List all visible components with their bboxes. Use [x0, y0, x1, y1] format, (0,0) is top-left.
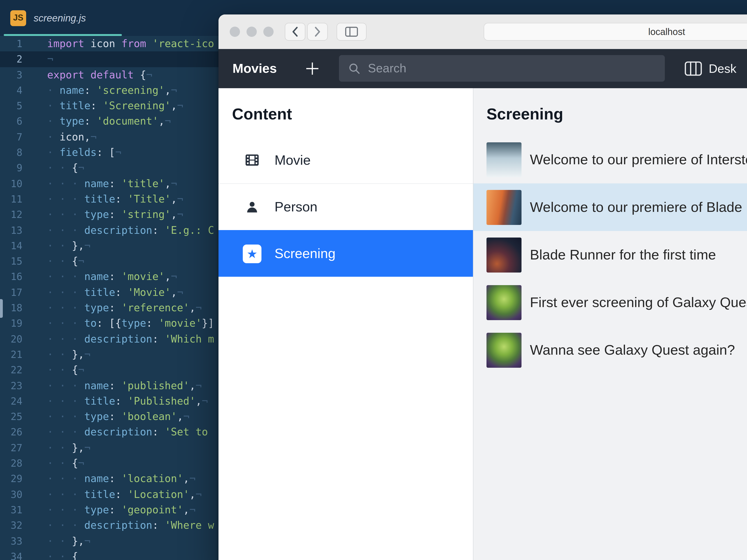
create-new-button[interactable]: [304, 49, 320, 88]
code-line-text: · · · description: 'Set to: [22, 426, 214, 438]
studio-header: Movies Search Desk: [218, 49, 747, 88]
line-number: 23: [0, 378, 22, 394]
code-line-text: · · {¬: [22, 457, 84, 469]
code-line-text: · · · name: 'published',¬: [22, 380, 202, 391]
code-line-text: · · · type: 'geopoint',¬: [22, 504, 196, 516]
content-type-movie[interactable]: Movie: [218, 137, 473, 183]
line-number: 3: [0, 68, 22, 83]
editor-gutter-marker: [0, 299, 3, 318]
editor-tab-filename: screening.js: [34, 12, 86, 24]
content-type-screening[interactable]: ★ Screening: [218, 230, 473, 277]
code-line-text: export default {¬: [22, 69, 152, 80]
line-number: 15: [0, 254, 22, 269]
code-line-text: · · · title: 'Title',¬: [22, 193, 183, 205]
code-line-text: · · · title: 'Published',¬: [22, 395, 208, 407]
search-icon: [348, 62, 360, 75]
code-line-text: · · · title: 'Location',¬: [22, 488, 202, 500]
line-number: 5: [0, 99, 22, 114]
line-number: 26: [0, 425, 22, 441]
person-icon: [243, 200, 261, 214]
code-line-text: · · {: [22, 551, 78, 560]
zoom-window-icon[interactable]: [263, 27, 274, 37]
code-line-text: · · · name: 'movie',¬: [22, 271, 177, 283]
movie-poster-thumbnail: [487, 237, 521, 272]
columns-icon: [685, 61, 702, 76]
line-number: 16: [0, 269, 22, 285]
screening-item-title: First ever screening of Galaxy Ques: [530, 294, 747, 310]
line-number: 6: [0, 114, 22, 130]
movie-icon: [243, 153, 261, 167]
content-type-person[interactable]: Person: [218, 183, 473, 230]
code-line-text: · · · description: 'E.g.: C: [22, 224, 214, 236]
line-number: 29: [0, 472, 22, 487]
line-number: 19: [0, 316, 22, 332]
code-line-text: · · · name: 'title',¬: [22, 178, 177, 189]
back-button[interactable]: [285, 23, 305, 41]
code-line-text: · · · type: 'reference',¬: [22, 302, 202, 314]
code-line-text: · · · description: 'Where w: [22, 519, 214, 531]
editor-tab-screening-js[interactable]: JS screening.js: [4, 0, 122, 36]
history-nav: [285, 23, 328, 41]
content-type-label: Movie: [275, 152, 311, 168]
line-number: 17: [0, 285, 22, 301]
movie-poster-thumbnail: [487, 332, 521, 368]
screening-star-icon: ★: [243, 244, 261, 263]
code-line-text: · · · type: 'string',¬: [22, 209, 183, 220]
code-line-text: · icon,¬: [22, 131, 97, 143]
line-number: 9: [0, 161, 22, 177]
line-number: 22: [0, 363, 22, 378]
screening-list-item[interactable]: Blade Runner for the first time: [473, 231, 747, 278]
code-line-text: · · {¬: [22, 162, 84, 174]
content-type-list: Movie Person ★: [218, 137, 473, 277]
screen: JS screening.js 1import icon from 'react…: [0, 0, 747, 560]
screening-list-item[interactable]: Wanna see Galaxy Quest again?: [473, 326, 747, 374]
content-type-label: Person: [275, 199, 317, 215]
code-line-text: · fields: [¬: [22, 146, 121, 158]
forward-button[interactable]: [307, 23, 328, 41]
code-line-text: · · },¬: [22, 535, 91, 547]
code-line-text: · · · title: 'Movie',¬: [22, 287, 183, 298]
screening-list-item[interactable]: Welcome to our premiere of Interste: [473, 136, 747, 183]
code-line-text: · · {¬: [22, 255, 84, 267]
line-number: 11: [0, 192, 22, 208]
javascript-file-icon: JS: [10, 10, 26, 26]
line-number: 25: [0, 409, 22, 425]
chevron-left-icon: [291, 26, 299, 37]
address-bar[interactable]: localhost: [484, 23, 747, 41]
desk-button[interactable]: Desk: [685, 49, 737, 88]
screening-item-title: Blade Runner for the first time: [530, 247, 716, 263]
content-types-pane: Content Movie: [218, 88, 473, 560]
minimize-window-icon[interactable]: [247, 27, 257, 37]
desk-button-label: Desk: [709, 61, 737, 76]
plus-icon: [304, 61, 320, 77]
browser-window: localhost Movies Search: [218, 15, 747, 560]
code-line-text: import icon from 'react-ico: [22, 38, 214, 50]
screening-list-item[interactable]: First ever screening of Galaxy Ques: [473, 278, 747, 326]
screening-pane-title: Screening: [487, 105, 563, 123]
code-line-text: · title: 'Screening',¬: [22, 100, 183, 111]
line-number: 12: [0, 208, 22, 223]
browser-toolbar: localhost: [218, 15, 747, 49]
sidebar-icon: [345, 27, 358, 37]
line-number: 30: [0, 487, 22, 503]
code-line-text: · · },¬: [22, 349, 91, 360]
movie-poster-thumbnail: [487, 142, 521, 177]
close-window-icon[interactable]: [230, 27, 240, 37]
line-number: 27: [0, 440, 22, 456]
studio-title: Movies: [232, 49, 277, 88]
code-line-text: ¬: [22, 53, 53, 65]
line-number: 31: [0, 503, 22, 518]
movie-poster-thumbnail: [487, 285, 521, 320]
line-number: 2: [0, 52, 22, 68]
screening-item-title: Welcome to our premiere of Blade R: [530, 199, 747, 215]
screening-list-item-selected[interactable]: Welcome to our premiere of Blade R: [473, 183, 747, 231]
screening-item-title: Wanna see Galaxy Quest again?: [530, 342, 735, 358]
line-number: 20: [0, 331, 22, 347]
code-line-text: · name: 'screening',¬: [22, 84, 177, 96]
sidebar-toggle-button[interactable]: [337, 23, 366, 41]
screening-item-title: Welcome to our premiere of Interste: [530, 152, 747, 167]
chevron-right-icon: [313, 26, 322, 37]
search-input[interactable]: Search: [339, 55, 665, 82]
line-number: 8: [0, 145, 22, 161]
content-pane-title: Content: [232, 105, 292, 123]
